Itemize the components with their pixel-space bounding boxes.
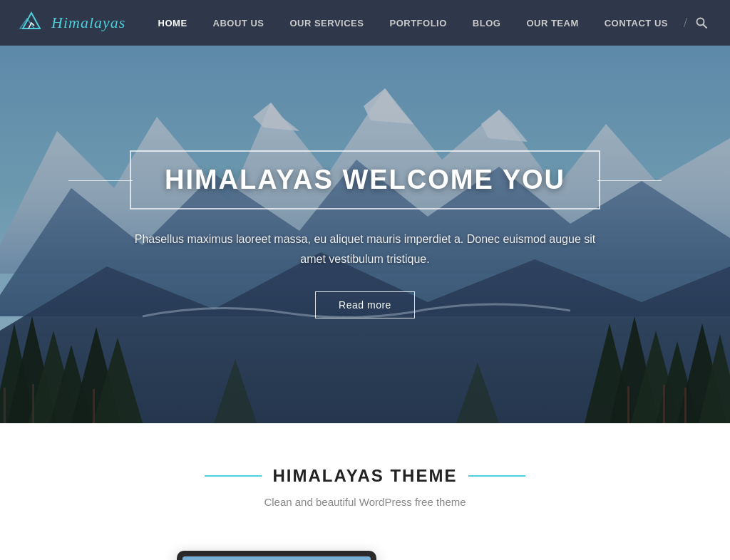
hero-content: HIMALAYAS WELCOME YOU Phasellus maximus … [115, 136, 615, 332]
nav-blog[interactable]: BLOG [460, 0, 514, 46]
hero-title-box: HIMALAYAS WELCOME YOU [130, 150, 600, 209]
logo-text: Himalayas [51, 14, 125, 32]
site-header: Himalayas HOME ABOUT US OUR SERVICES POR… [0, 0, 730, 46]
bottom-section: Himalayas Want to try it? [0, 536, 730, 560]
read-more-button[interactable]: Read more [315, 291, 415, 318]
svg-rect-31 [182, 556, 371, 560]
device-mockup: Himalayas [177, 551, 376, 560]
heading-line-right [468, 475, 525, 477]
hero-section: HIMALAYAS WELCOME YOU Phasellus maximus … [0, 46, 730, 423]
logo-link[interactable]: Himalayas [17, 9, 125, 37]
heading-line-left [205, 475, 262, 477]
want-text-block: Want to try it? [419, 551, 552, 560]
hero-subtitle: Phasellus maximus laoreet massa, eu aliq… [130, 229, 600, 268]
theme-title: HIMALAYAS THEME [273, 466, 458, 486]
main-nav: HOME ABOUT US OUR SERVICES PORTFOLIO BLO… [145, 0, 713, 46]
nav-our-team[interactable]: OUR TEAM [513, 0, 591, 46]
nav-about[interactable]: ABOUT US [200, 0, 277, 46]
svg-line-3 [704, 25, 707, 28]
logo-icon [17, 9, 46, 37]
nav-home[interactable]: HOME [145, 0, 200, 46]
device-frame: Himalayas [177, 551, 376, 560]
search-icon[interactable] [690, 0, 713, 46]
theme-subtitle: Clean and beautiful WordPress free theme [14, 496, 716, 508]
nav-divider: / [681, 16, 690, 31]
theme-heading-row: HIMALAYAS THEME [14, 466, 716, 486]
hero-title: HIMALAYAS WELCOME YOU [160, 165, 570, 195]
theme-section: HIMALAYAS THEME Clean and beautiful Word… [0, 423, 730, 536]
device-screen: Himalayas [182, 556, 371, 560]
nav-services[interactable]: OUR SERVICES [277, 0, 376, 46]
nav-contact[interactable]: CONTACT US [592, 0, 681, 46]
nav-portfolio[interactable]: PORTFOLIO [376, 0, 459, 46]
